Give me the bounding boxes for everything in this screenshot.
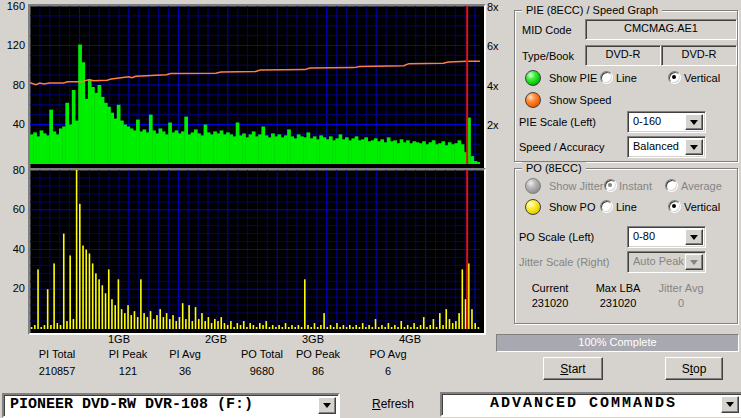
jitter-avg-label: Jitter Avg (656, 282, 706, 294)
jitter-instant-radio (604, 179, 617, 192)
po-axis-tick: 80 (0, 164, 25, 176)
pie-axis-tick: 40 (0, 118, 25, 130)
pie-vertical-radio-label: Vertical (684, 72, 720, 84)
jitter-scale-value: Auto Peak (633, 254, 685, 269)
po-line-radio-label: Line (616, 201, 637, 213)
po-vertical-radio[interactable] (668, 200, 681, 213)
max-lba-label: Max LBA (594, 282, 642, 294)
po-scale-value: 0-80 (633, 229, 685, 244)
drive-selector-value: PIONEER DVD-RW DVR-108 (F:) (10, 396, 316, 415)
book-type-field: DVD-R (661, 45, 737, 66)
pie-speed-group-title: PIE (8ECC) / Speed Graph (522, 4, 662, 16)
show-pie-label: Show PIE (549, 72, 597, 84)
jitter-average-radio-label: Average (681, 180, 722, 192)
stop-button[interactable]: Stop (665, 357, 723, 380)
po-vertical-radio-label: Vertical (684, 201, 720, 213)
jitter-avg-value: 0 (656, 297, 706, 309)
jitter-instant-radio-label: Instant (619, 180, 652, 192)
jitter-scale-combo: Auto Peak (627, 251, 706, 273)
show-speed-label: Show Speed (549, 94, 611, 106)
pie-vertical-radio[interactable] (668, 71, 681, 84)
po-chart (28, 168, 486, 335)
stat-po-peak: PO Peak 86 (282, 348, 354, 377)
po-axis-tick: 40 (0, 243, 25, 255)
dropdown-arrow-icon[interactable] (685, 229, 703, 245)
dropdown-arrow-icon[interactable] (685, 114, 703, 130)
stat-pi-avg: PI Avg 36 (149, 348, 221, 377)
progress-bar: 100% Complete (496, 334, 739, 352)
show-jitter-label: Show Jitter (549, 180, 603, 192)
dropdown-arrow-icon[interactable] (721, 396, 739, 413)
po-axis-tick: 20 (0, 282, 25, 294)
x-axis-tick: 4GB (385, 333, 435, 345)
mid-code-field: CMCMAG.AE1 (585, 19, 737, 40)
speed-axis-tick: 2x (487, 119, 509, 131)
pie-axis-tick: 80 (0, 79, 25, 91)
pie-speed-chart (28, 4, 486, 170)
show-po-led-button[interactable] (525, 199, 541, 215)
advanced-commands-value: ADVANCED COMMANDS (448, 395, 719, 414)
show-pie-led-button[interactable] (525, 70, 541, 86)
disc-type-field: DVD-R (585, 45, 661, 66)
advanced-commands-combo[interactable]: ADVANCED COMMANDS (440, 392, 741, 417)
x-axis-tick: 3GB (288, 333, 338, 345)
speed-accuracy-label: Speed / Accuracy (519, 141, 605, 153)
show-jitter-led-button (525, 178, 541, 194)
po-chart-canvas (30, 170, 480, 329)
po-line-radio[interactable] (600, 200, 613, 213)
po-axis-tick: 60 (0, 203, 25, 215)
refresh-button[interactable]: Refresh (372, 397, 414, 411)
type-book-label: Type/Book (522, 50, 574, 62)
mid-code-label: MID Code (522, 24, 572, 36)
scan-application-window: 160 120 80 40 8x 6x 4x 2x 80 60 40 20 1G… (0, 0, 741, 418)
dropdown-arrow-icon (685, 254, 703, 270)
pie-axis-tick: 160 (0, 0, 25, 12)
stat-pi-total: PI Total 210857 (21, 348, 93, 377)
pie-line-radio-label: Line (616, 72, 637, 84)
pie-line-radio[interactable] (600, 71, 613, 84)
speed-axis-tick: 6x (487, 40, 509, 52)
drive-selector-combo[interactable]: PIONEER DVD-RW DVR-108 (F:) (2, 393, 340, 418)
x-axis-tick: 2GB (191, 333, 241, 345)
pie-scale-value: 0-160 (633, 114, 685, 129)
po-scale-label: PO Scale (Left) (519, 231, 594, 243)
pie-speed-chart-canvas (30, 6, 480, 164)
show-speed-led-button[interactable] (525, 92, 541, 108)
current-value: 231020 (528, 297, 572, 309)
speed-accuracy-value: Balanced (633, 139, 685, 154)
speed-accuracy-combo[interactable]: Balanced (627, 136, 706, 158)
progress-text: 100% Complete (578, 336, 656, 348)
jitter-scale-label: Jitter Scale (Right) (519, 256, 609, 268)
x-axis-tick: 1GB (94, 333, 144, 345)
show-po-label: Show PO (549, 201, 595, 213)
po-scale-combo[interactable]: 0-80 (627, 226, 706, 248)
stat-po-avg: PO Avg 6 (352, 348, 424, 377)
dropdown-arrow-icon[interactable] (318, 397, 336, 414)
po-group-title: PO (8ECC) (522, 162, 586, 174)
current-label: Current (528, 282, 572, 294)
speed-axis-tick: 8x (487, 1, 509, 13)
jitter-average-radio (665, 179, 678, 192)
speed-axis-tick: 4x (487, 80, 509, 92)
pie-scale-label: PIE Scale (Left) (519, 116, 596, 128)
dropdown-arrow-icon[interactable] (685, 139, 703, 155)
max-lba-value: 231020 (594, 297, 642, 309)
pie-axis-tick: 120 (0, 39, 25, 51)
pie-scale-combo[interactable]: 0-160 (627, 111, 706, 133)
start-button[interactable]: Start (543, 357, 603, 380)
